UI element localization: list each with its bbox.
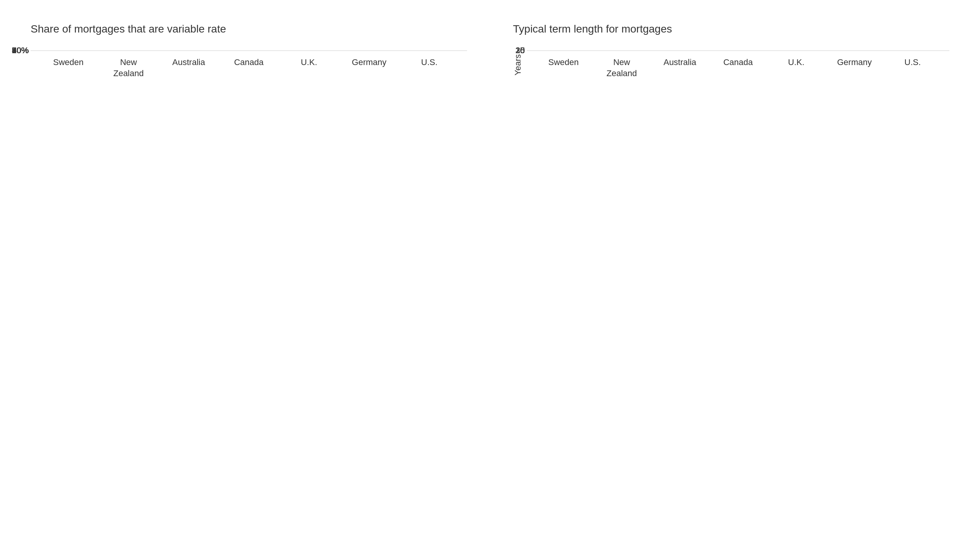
gridline bbox=[527, 51, 949, 51]
chart2-inner: 302520151050 SwedenNew ZealandAustraliaC… bbox=[527, 51, 949, 79]
x-tick-label: U.K. bbox=[279, 57, 339, 79]
x-tick-label: Canada bbox=[219, 57, 279, 79]
x-tick-label: Sweden bbox=[38, 57, 98, 79]
x-tick-label: U.S. bbox=[399, 57, 459, 79]
chart1-area: 90%80%70%60%50%40%30%20%10%0% SwedenNew … bbox=[31, 51, 467, 79]
x-tick-label: U.K. bbox=[767, 57, 825, 79]
x-tick-label: New Zealand bbox=[593, 57, 651, 79]
chart1-title: Share of mortgages that are variable rat… bbox=[31, 23, 467, 35]
chart2-title: Typical term length for mortgages bbox=[513, 23, 949, 35]
charts-container: Share of mortgages that are variable rat… bbox=[31, 23, 949, 79]
chart1-x-labels: SwedenNew ZealandAustraliaCanadaU.K.Germ… bbox=[31, 54, 467, 79]
gridline bbox=[31, 51, 467, 51]
chart1-wrapper: Share of mortgages that are variable rat… bbox=[31, 23, 467, 79]
x-tick-label: Australia bbox=[651, 57, 709, 79]
x-tick-label: Canada bbox=[709, 57, 767, 79]
x-tick-label: Sweden bbox=[534, 57, 593, 79]
chart2-area: Years 302520151050 SwedenNew ZealandAust… bbox=[513, 51, 949, 79]
x-tick-label: U.S. bbox=[884, 57, 942, 79]
chart2-x-labels: SwedenNew ZealandAustraliaCanadaU.K.Germ… bbox=[527, 54, 949, 79]
x-tick-label: New Zealand bbox=[98, 57, 158, 79]
x-tick-label: Germany bbox=[825, 57, 884, 79]
x-tick-label: Germany bbox=[339, 57, 399, 79]
y-tick-label: 0 bbox=[520, 46, 525, 55]
y-tick-label: 0% bbox=[16, 46, 29, 55]
chart1-inner: 90%80%70%60%50%40%30%20%10%0% SwedenNew … bbox=[31, 51, 467, 79]
x-tick-label: Australia bbox=[158, 57, 219, 79]
chart2-wrapper: Typical term length for mortgages Years … bbox=[513, 23, 949, 79]
